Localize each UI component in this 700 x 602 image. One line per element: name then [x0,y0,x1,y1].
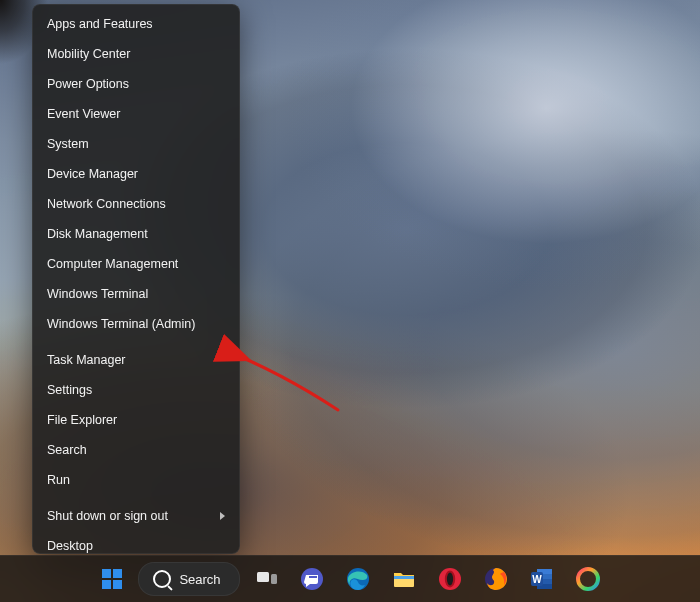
start-button[interactable] [92,559,132,599]
chat-icon [300,567,324,591]
menu-item-settings[interactable]: Settings [33,375,239,405]
menu-item-task-manager[interactable]: Task Manager [33,345,239,375]
menu-item-label: Power Options [47,69,129,99]
generic-circle-icon [576,567,600,591]
chevron-right-icon [220,512,225,520]
word-app[interactable]: W [522,559,562,599]
edge-browser[interactable] [338,559,378,599]
menu-item-search[interactable]: Search [33,435,239,465]
firefox-icon [484,567,508,591]
menu-item-desktop[interactable]: Desktop [33,531,239,554]
winx-group-1: Apps and Features Mobility Center Power … [33,9,239,339]
menu-item-label: Disk Management [47,219,148,249]
svg-point-13 [446,573,452,586]
svg-rect-1 [113,569,122,578]
menu-item-network-connections[interactable]: Network Connections [33,189,239,219]
menu-item-label: Run [47,465,70,495]
menu-item-label: Settings [47,375,92,405]
svg-rect-2 [102,580,111,589]
app-icon[interactable] [568,559,608,599]
menu-item-label: Windows Terminal [47,279,148,309]
search-label: Search [179,572,220,587]
menu-item-label: Mobility Center [47,39,130,69]
menu-item-device-manager[interactable]: Device Manager [33,159,239,189]
menu-item-windows-terminal[interactable]: Windows Terminal [33,279,239,309]
word-icon: W [530,567,554,591]
menu-item-apps-and-features[interactable]: Apps and Features [33,9,239,39]
file-explorer[interactable] [384,559,424,599]
opera-browser[interactable] [430,559,470,599]
chat-button[interactable] [292,559,332,599]
winx-group-2: Task Manager Settings File Explorer Sear… [33,345,239,495]
menu-item-run[interactable]: Run [33,465,239,495]
search-pill[interactable]: Search [138,562,239,596]
menu-item-label: Apps and Features [47,9,153,39]
menu-item-system[interactable]: System [33,129,239,159]
windows-logo-icon [100,567,124,591]
task-view-icon [254,567,278,591]
menu-item-mobility-center[interactable]: Mobility Center [33,39,239,69]
svg-point-22 [578,569,598,589]
menu-item-label: Windows Terminal (Admin) [47,309,195,339]
task-view-button[interactable] [246,559,286,599]
winx-group-3: Shut down or sign out Desktop [33,501,239,554]
folder-icon [392,567,416,591]
svg-rect-7 [309,576,317,578]
menu-item-label: System [47,129,89,159]
svg-text:W: W [532,574,542,585]
menu-item-computer-management[interactable]: Computer Management [33,249,239,279]
menu-item-label: Computer Management [47,249,178,279]
menu-item-file-explorer[interactable]: File Explorer [33,405,239,435]
search-icon [153,570,171,588]
menu-item-label: Event Viewer [47,99,120,129]
taskbar: Search [0,555,700,602]
menu-item-label: Search [47,435,87,465]
menu-item-event-viewer[interactable]: Event Viewer [33,99,239,129]
svg-rect-10 [394,576,414,579]
menu-item-shut-down-or-sign-out[interactable]: Shut down or sign out [33,501,239,531]
menu-item-windows-terminal-admin[interactable]: Windows Terminal (Admin) [33,309,239,339]
menu-item-label: File Explorer [47,405,117,435]
svg-rect-0 [102,569,111,578]
opera-icon [438,567,462,591]
svg-rect-5 [271,574,277,584]
menu-item-label: Desktop [47,531,93,554]
firefox-browser[interactable] [476,559,516,599]
menu-item-power-options[interactable]: Power Options [33,69,239,99]
svg-rect-4 [257,572,269,582]
svg-rect-3 [113,580,122,589]
menu-item-label: Shut down or sign out [47,501,168,531]
menu-item-label: Device Manager [47,159,138,189]
edge-icon [346,567,370,591]
menu-item-disk-management[interactable]: Disk Management [33,219,239,249]
menu-item-label: Task Manager [47,345,126,375]
menu-item-label: Network Connections [47,189,166,219]
winx-context-menu: Apps and Features Mobility Center Power … [32,4,240,554]
